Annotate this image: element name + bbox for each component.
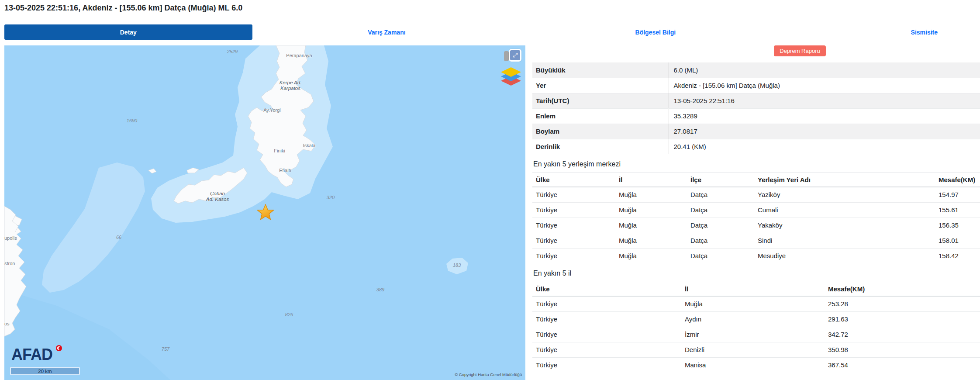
map-attribution: © Copyright Harita Genel Müdürlüğü (455, 372, 522, 377)
table-row: Türkiye Aydın 291.63 (532, 311, 980, 327)
tab-detay[interactable]: Detay (4, 24, 252, 40)
map-control-handle[interactable] (504, 51, 509, 61)
island-label-karpatos: Kerpe Ad. Karpatos (280, 80, 302, 91)
detail-row: Boylam 27.0817 (532, 124, 980, 139)
table-row: Türkiye Manisa 367.54 (532, 357, 980, 373)
detail-row: Derinlik 20.41 (KM) (532, 139, 980, 154)
nearest-settlements-heading: En yakın 5 yerleşim merkezi (533, 160, 980, 168)
tabbar-divider (0, 40, 980, 40)
table-row: Türkiye Muğla Datça Yaziköy 154.97 (532, 187, 980, 202)
town-label: Finiki (274, 148, 285, 153)
map-scale-bar: 20 km (10, 367, 80, 375)
table-header-row: Ülke İl İlçe Yerleşim Yeri Adı Mesafe(KM… (532, 173, 980, 187)
town-label: Perapanaya (286, 53, 312, 58)
depth-label: 389 (376, 287, 384, 292)
expand-map-button[interactable]: ⤢ (509, 49, 521, 62)
column-header: Mesafe(KM) (825, 282, 980, 297)
tab-bar: Detay Varış Zamanı Bölgesel Bilgi Sismis… (4, 24, 980, 40)
depth-label: 1690 (127, 118, 137, 123)
column-header: İlçe (687, 173, 754, 187)
afad-logo: AFAD (11, 347, 52, 363)
depth-label: 183 (453, 263, 461, 268)
earthquake-detail-table: Büyüklük 6.0 (ML) Yer Akdeniz - [155.06 … (532, 62, 980, 154)
table-row: Türkiye İzmir 342.72 (532, 327, 980, 342)
detail-value: 20.41 (KM) (668, 139, 980, 154)
detail-label: Büyüklük (532, 62, 668, 78)
table-row: Türkiye Muğla Datça Mesudiye 158.42 (532, 248, 980, 263)
detail-label: Derinlik (532, 139, 668, 154)
table-row: Türkiye Muğla 253.28 (532, 296, 980, 311)
column-header: İl (615, 173, 687, 187)
page-title: 13-05-2025 22:51:16, Akdeniz - [155.06 k… (4, 3, 242, 13)
town-label: stron (4, 261, 15, 266)
town-label: upolis (4, 235, 17, 241)
table-row: Türkiye Muğla Datça Sindi 158.01 (532, 233, 980, 248)
detail-label: Tarih(UTC) (532, 93, 668, 108)
detail-value: 27.0817 (668, 124, 980, 139)
scale-label: 20 km (38, 369, 52, 374)
tab-varis-zamani[interactable]: Varış Zamanı (252, 24, 521, 40)
earthquake-map[interactable]: 2529 1690 66 320 183 389 826 757 Perapan… (4, 45, 525, 380)
depth-label: 320 (327, 195, 335, 200)
nearest-provinces-table: Ülke İl Mesafe(KM) Türkiye Muğla 253.28 … (532, 282, 980, 373)
detail-value: 35.3289 (668, 108, 980, 124)
detail-label: Yer (532, 78, 668, 93)
layers-icon (501, 67, 521, 86)
table-header-row: Ülke İl Mesafe(KM) (532, 282, 980, 297)
expand-icon: ⤢ (513, 52, 518, 59)
column-header: Ülke (532, 282, 681, 297)
deprem-raporu-button[interactable]: Deprem Raporu (774, 45, 826, 56)
table-row: Türkiye Muğla Datça Cumali 155.61 (532, 202, 980, 218)
epicenter-star-marker (258, 204, 274, 220)
depth-label: 826 (285, 312, 293, 317)
detail-row: Yer Akdeniz - [155.06 km] Datça (Muğla) (532, 78, 980, 93)
tab-sismisite[interactable]: Sismisite (790, 24, 980, 40)
detail-value: 6.0 (ML) (668, 62, 980, 78)
nearest-provinces-heading: En yakın 5 il (533, 269, 980, 277)
tab-bolgesel-bilgi[interactable]: Bölgesel Bilgi (521, 24, 790, 40)
town-label: os (4, 321, 10, 326)
town-label: Efialtı (279, 168, 291, 173)
column-header: Mesafe(KM) (935, 173, 980, 187)
afad-flag-roundel-icon (56, 345, 62, 351)
depth-label: 757 (162, 346, 169, 352)
island-label-kasos: Çoban Ad. Kasos (206, 191, 229, 202)
nearest-settlements-table: Ülke İl İlçe Yerleşim Yeri Adı Mesafe(KM… (532, 173, 980, 263)
table-row: Türkiye Denizli 350.98 (532, 342, 980, 357)
depth-label: 66 (116, 235, 121, 240)
detail-panel: Deprem Raporu Büyüklük 6.0 (ML) Yer Akde… (532, 41, 980, 373)
detail-row: Büyüklük 6.0 (ML) (532, 62, 980, 78)
table-row: Türkiye Muğla Datça Yakaköy 156.35 (532, 218, 980, 233)
detail-value: 13-05-2025 22:51:16 (668, 93, 980, 108)
town-label: Ay.Yorgi (263, 107, 281, 113)
afad-logo-text: AFAD (11, 345, 52, 363)
detail-row: Tarih(UTC) 13-05-2025 22:51:16 (532, 93, 980, 108)
depth-label: 2529 (227, 49, 238, 54)
column-header: Ülke (532, 173, 615, 187)
column-header: Yerleşim Yeri Adı (754, 173, 935, 187)
layers-button[interactable] (501, 66, 521, 86)
town-label: Iskala (303, 143, 316, 148)
detail-label: Enlem (532, 108, 668, 124)
column-header: İl (681, 282, 825, 297)
map-layers (4, 45, 525, 380)
detail-label: Boylam (532, 124, 668, 139)
detail-value: Akdeniz - [155.06 km] Datça (Muğla) (668, 78, 980, 93)
detail-row: Enlem 35.3289 (532, 108, 980, 124)
